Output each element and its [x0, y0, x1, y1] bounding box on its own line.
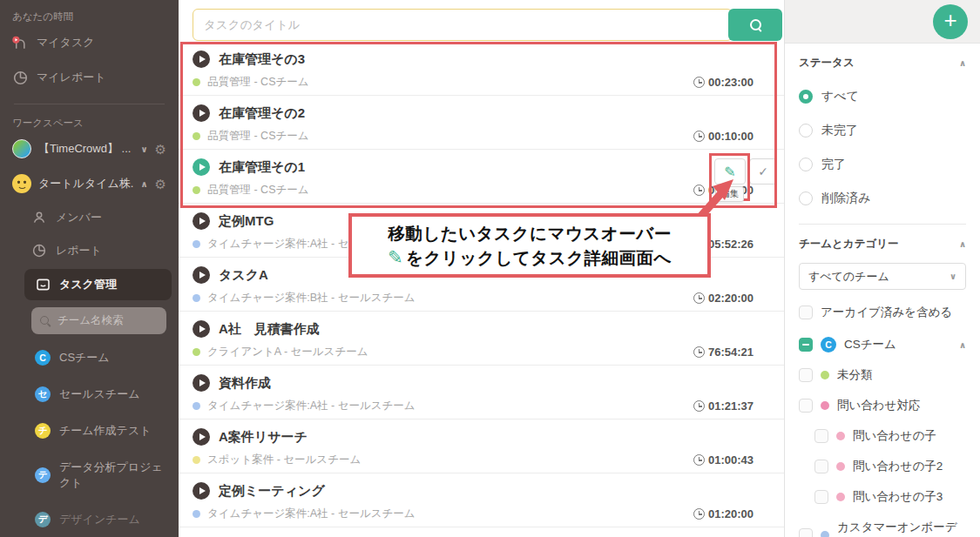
sidebar-team-label: セールスチーム	[59, 386, 140, 402]
complete-task-button[interactable]: ✓	[749, 158, 777, 185]
sidebar-item-reports[interactable]: レポート	[12, 234, 179, 267]
checkbox-unchecked[interactable]	[814, 460, 828, 473]
task-title-input[interactable]	[193, 9, 733, 41]
task-row[interactable]: 在庫管理その3品質管理 - CSチーム00:23:00	[179, 42, 784, 96]
include-archived-checkbox-row[interactable]: アーカイブ済みを含める	[799, 305, 966, 320]
sidebar-team-item[interactable]: CCSチーム	[12, 339, 179, 376]
category-checkbox-row[interactable]: 問い合わせの子	[799, 428, 966, 444]
edit-task-button[interactable]: ✎	[714, 158, 746, 185]
play-icon	[199, 56, 206, 63]
sidebar-team-item[interactable]: チチーム作成テスト	[12, 413, 179, 449]
sidebar-item-my-tasks[interactable]: マイタスク	[0, 25, 179, 60]
team-badge: セ	[35, 386, 51, 402]
radio-selected[interactable]	[799, 90, 813, 104]
category-dot	[193, 186, 200, 194]
category-dot	[193, 510, 200, 518]
category-checkbox-row[interactable]: 問い合わせの子2	[799, 459, 966, 474]
status-option-label: 完了	[821, 157, 846, 172]
workspace-timecrowd[interactable]: 【TimeCrowd】 ... ∨ ⚙	[0, 131, 179, 166]
workspace-turtletime[interactable]: タートルタイム株... ∧ ⚙	[0, 166, 179, 201]
sidebar-team-label: データ分析プロジェクト	[59, 460, 166, 491]
task-row[interactable]: A社 見積書作成クライアントA - セールスチーム76:54:21	[179, 312, 784, 366]
chevron-down-icon[interactable]: ∨	[140, 144, 147, 154]
sidebar-item-members[interactable]: メンバー	[12, 201, 179, 234]
radio-unselected[interactable]	[799, 191, 813, 205]
task-row[interactable]: 資料作成タイムチャージ案件:A社 - セールスチーム01:21:37	[179, 366, 784, 420]
status-section-header[interactable]: ステータス ∧	[799, 56, 966, 70]
category-label: 問い合わせの子2	[853, 459, 943, 474]
task-category: 品質管理 - CSチーム	[207, 129, 309, 144]
search-icon	[750, 19, 760, 30]
play-button[interactable]	[193, 428, 210, 446]
task-category: タイムチャージ案件:A社 - セールスチーム	[207, 399, 416, 413]
task-time: 00:23:00	[693, 76, 754, 89]
status-option-row[interactable]: 未完了	[799, 123, 966, 138]
category-checkbox-row[interactable]: 問い合わせ対応	[799, 398, 966, 413]
add-task-button[interactable]: +	[933, 4, 968, 39]
my-tasks-label: マイタスク	[37, 35, 95, 50]
top-strip: +	[785, 0, 980, 44]
category-dot	[193, 294, 200, 302]
category-checkbox-row[interactable]: カスタマーオンボーディング	[799, 520, 966, 537]
category-checkbox-row[interactable]: 未分類	[799, 367, 966, 383]
cs-team-filter-row[interactable]: C CSチーム ∧	[799, 337, 966, 352]
category-label: 問い合わせの子3	[853, 489, 943, 505]
team-select-dropdown[interactable]: すべてのチーム ∨	[799, 263, 966, 290]
team-badge: テ	[35, 467, 51, 483]
team-search-input[interactable]: チーム名検索	[31, 307, 166, 334]
checkbox-unchecked[interactable]	[799, 305, 813, 319]
pie-chart-icon	[12, 70, 28, 85]
play-button[interactable]	[193, 104, 210, 122]
checkbox-indeterminate[interactable]	[799, 338, 813, 352]
task-row[interactable]: 在庫管理その2品質管理 - CSチーム00:10:00	[179, 96, 784, 150]
play-button[interactable]	[193, 50, 210, 68]
checkbox-unchecked[interactable]	[799, 368, 813, 382]
chevron-up-icon[interactable]: ∧	[959, 58, 966, 68]
play-icon	[199, 164, 206, 171]
sidebar-item-task-management[interactable]: タスク管理	[24, 269, 172, 300]
sidebar-team-item[interactable]: デデザインチーム	[12, 501, 179, 537]
chevron-up-icon[interactable]: ∧	[959, 239, 966, 249]
status-option-row[interactable]: 完了	[799, 157, 966, 172]
sidebar-team-item[interactable]: セセールスチーム	[12, 376, 179, 413]
task-category: 品質管理 - CSチーム	[207, 75, 309, 90]
status-option-row[interactable]: 削除済み	[799, 191, 966, 206]
status-option-row[interactable]: すべて	[799, 89, 966, 104]
sidebar-team-label: デザインチーム	[59, 512, 140, 527]
chevron-up-icon[interactable]: ∧	[959, 340, 966, 350]
checkbox-unchecked[interactable]	[814, 490, 828, 504]
play-button[interactable]	[193, 482, 210, 500]
category-dot	[836, 493, 845, 501]
team-search-placeholder: チーム名検索	[57, 313, 124, 328]
task-title: 在庫管理その3	[219, 51, 305, 68]
play-button[interactable]	[193, 320, 210, 338]
category-checkbox-row[interactable]: 問い合わせの子3	[799, 489, 966, 505]
team-category-section-header[interactable]: チームとカテゴリー ∧	[799, 237, 966, 252]
radio-unselected[interactable]	[799, 124, 813, 138]
task-time: 01:00:43	[693, 453, 754, 467]
checkbox-unchecked[interactable]	[799, 399, 813, 413]
play-button[interactable]	[193, 374, 210, 392]
checkbox-unchecked[interactable]	[814, 429, 828, 443]
sidebar-item-my-reports[interactable]: マイレポート	[0, 60, 179, 95]
category-label: 問い合わせ対応	[837, 398, 920, 413]
task-row[interactable]: A案件リサーチスポット案件 - セールスチーム01:00:43	[179, 420, 784, 473]
gear-icon[interactable]: ⚙	[155, 143, 166, 156]
workspace-name: 【TimeCrowd】 ...	[38, 141, 133, 157]
play-button[interactable]	[193, 158, 210, 176]
task-title: 在庫管理その2	[219, 105, 305, 122]
sidebar-team-item[interactable]: テデータ分析プロジェクト	[12, 449, 179, 501]
gear-icon[interactable]: ⚙	[155, 178, 166, 191]
radio-unselected[interactable]	[799, 158, 813, 171]
checkbox-unchecked[interactable]	[799, 528, 813, 537]
search-button[interactable]	[728, 9, 782, 41]
chevron-up-icon[interactable]: ∧	[140, 179, 147, 189]
task-row[interactable]: 定例ミーティングタイムチャージ案件:A社 - セールスチーム01:20:00	[179, 473, 784, 527]
category-label: 未分類	[837, 367, 873, 383]
play-button[interactable]	[193, 212, 210, 230]
task-title: 在庫管理その1	[219, 159, 305, 176]
play-button[interactable]	[193, 266, 210, 284]
task-row[interactable]: 在庫管理その1品質管理 - CSチーム00:15:00✎✓編集	[179, 150, 784, 204]
play-icon	[199, 272, 206, 279]
include-archived-label: アーカイブ済みを含める	[821, 305, 952, 320]
